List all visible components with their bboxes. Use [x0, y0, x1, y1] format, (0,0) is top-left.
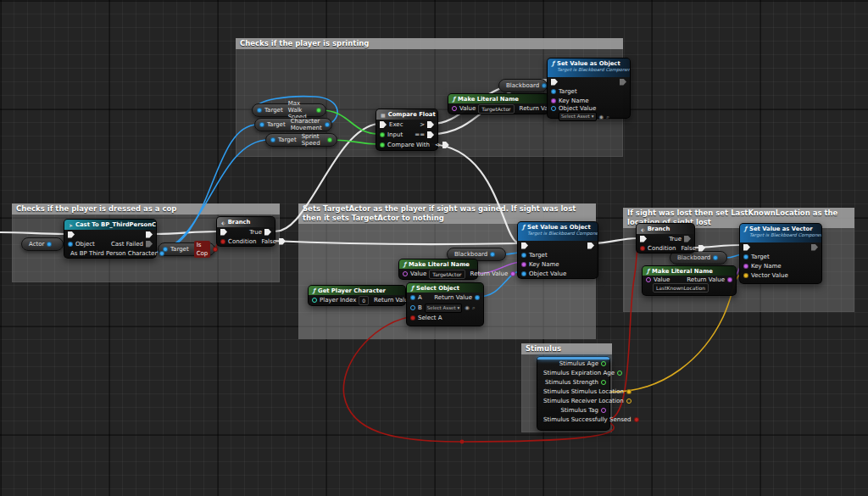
stimulus-tag-out-pin[interactable]: [601, 408, 606, 413]
object-out-pin[interactable]: [490, 252, 495, 257]
target-in-pin[interactable]: [521, 253, 526, 258]
node-stimulus-struct[interactable]: Stimulus Age Stimulus Expiration Age Sti…: [537, 356, 610, 431]
variable-get-actor[interactable]: Actor: [21, 237, 64, 251]
a-in-pin[interactable]: [410, 295, 415, 300]
input-in-pin[interactable]: [380, 132, 385, 137]
node-branch-right[interactable]: ⬖ Branch True ConditionFalse: [636, 223, 695, 254]
stimulus-location-out-pin[interactable]: [626, 389, 632, 394]
target-in-pin[interactable]: [270, 137, 275, 142]
pin-label: B: [418, 304, 422, 311]
vector-value-in-pin[interactable]: [743, 273, 748, 278]
exec-in-pin[interactable]: [220, 229, 227, 236]
return-value-out-pin[interactable]: [727, 277, 732, 282]
chevron-down-icon: ▾: [592, 113, 594, 120]
true-exec-pin[interactable]: [264, 229, 271, 236]
variable-get-max-walk-speed[interactable]: Target Max Walk Speed: [252, 103, 326, 117]
name-value-field[interactable]: TargetActor: [478, 104, 514, 114]
exec-in-pin[interactable]: [551, 79, 558, 86]
exec-out-pin[interactable]: [620, 79, 626, 86]
variable-get-sprint-speed[interactable]: Target Sprint Speed: [265, 133, 337, 147]
false-exec-pin[interactable]: [279, 238, 286, 245]
pick-asset-icon[interactable]: ◉: [599, 114, 604, 120]
node-compare-float[interactable]: ▦ Compare Float Exec> Input== Compare Wi…: [376, 109, 438, 151]
value-in-pin[interactable]: [452, 106, 457, 111]
player-index-in-pin[interactable]: [312, 298, 317, 303]
chevron-down-icon: ▾: [458, 304, 460, 312]
node-title: Branch: [228, 219, 251, 226]
exec-in-pin[interactable]: [521, 242, 528, 249]
node-cast-to-bp-thirdpersoncharacter[interactable]: ➤ Cast To BP_ThirdPersonCharacter Object…: [64, 219, 157, 259]
exec-out-pin[interactable]: [811, 244, 818, 251]
stimulus-successfully-sensed-out-pin[interactable]: [634, 417, 639, 422]
variable-get-character-movement[interactable]: Target Character Movement: [254, 118, 332, 131]
exec-in-pin[interactable]: [380, 121, 387, 128]
select-a-in-pin[interactable]: [410, 315, 415, 320]
as-character-out-pin[interactable]: [159, 251, 164, 256]
object-out-pin[interactable]: [47, 242, 52, 247]
select-asset-dropdown[interactable]: Select Asset▾: [559, 112, 597, 121]
exec-out-pin[interactable]: [587, 242, 594, 249]
greater-exec-pin[interactable]: [427, 121, 434, 128]
key-name-in-pin[interactable]: [551, 98, 556, 103]
object-out-pin[interactable]: [713, 255, 718, 260]
exec-in-pin[interactable]: [743, 244, 750, 251]
node-make-literal-name-right[interactable]: ƒ Make Literal Name Value Return Value L…: [642, 265, 737, 296]
target-in-pin[interactable]: [743, 254, 748, 259]
node-select-object[interactable]: ƒ Select Object A Return Value B Select …: [406, 282, 484, 326]
value-in-pin[interactable]: [646, 277, 651, 282]
node-title: Branch: [648, 226, 670, 232]
exec-in-pin[interactable]: [68, 231, 75, 238]
comment-title-bar[interactable]: Checks if the player is sprinting: [236, 38, 623, 49]
select-asset-dropdown[interactable]: Select Asset▾: [425, 304, 463, 313]
player-index-field[interactable]: 0: [359, 296, 369, 305]
object-out-pin[interactable]: [325, 122, 330, 127]
object-in-pin[interactable]: [68, 242, 73, 247]
key-name-in-pin[interactable]: [521, 262, 526, 267]
exec-out-pin[interactable]: [146, 231, 153, 238]
variable-label: Blackboard: [677, 254, 710, 261]
stimulus-strength-out-pin[interactable]: [601, 380, 606, 385]
equal-exec-pin[interactable]: [427, 131, 434, 138]
node-set-value-as-object-top[interactable]: ƒ Set Value as Object Target is Blackboa…: [547, 58, 631, 119]
dropdown-value: Select Asset: [561, 113, 590, 120]
comment-title-bar[interactable]: Stimulus: [521, 343, 612, 354]
node-branch-left[interactable]: ⬖ Branch True ConditionFalse: [216, 216, 275, 247]
object-value-in-pin[interactable]: [521, 271, 526, 276]
stimulus-receiver-location-out-pin[interactable]: [626, 398, 632, 404]
object-value-in-pin[interactable]: [551, 106, 556, 111]
stimulus-expiration-age-out-pin[interactable]: [617, 371, 622, 376]
condition-in-pin[interactable]: [220, 239, 225, 244]
condition-in-pin[interactable]: [640, 246, 645, 251]
pick-asset-icon[interactable]: ◉: [465, 304, 470, 311]
variable-get-blackboard[interactable]: Blackboard: [498, 79, 548, 92]
target-in-pin[interactable]: [259, 122, 264, 127]
target-in-pin[interactable]: [551, 89, 556, 94]
blueprint-graph-canvas[interactable]: Checks if the player is sprinting Checks…: [0, 0, 868, 496]
browse-asset-icon[interactable]: ⌕: [606, 114, 609, 120]
target-in-pin[interactable]: [257, 108, 262, 113]
float-out-pin[interactable]: [327, 137, 332, 142]
pin-label: Stimulus Strength: [545, 379, 598, 386]
name-value-field[interactable]: LastKnownLocation: [653, 283, 709, 293]
true-exec-pin[interactable]: [684, 236, 691, 242]
pin-label: False: [261, 238, 276, 245]
exec-in-pin[interactable]: [640, 236, 647, 242]
comment-title-bar[interactable]: Checks if the player is dressed as a cop: [12, 203, 280, 215]
variable-get-is-cop[interactable]: Target Is Cop: [158, 242, 215, 256]
browse-asset-icon[interactable]: ⌕: [472, 304, 476, 311]
node-set-value-as-object-mid[interactable]: ƒ Set Value as Object Target is Blackboa…: [517, 221, 598, 279]
b-in-pin[interactable]: [410, 305, 415, 310]
name-value-field[interactable]: TargetActor: [429, 270, 465, 279]
value-in-pin[interactable]: [403, 271, 408, 276]
reroute-node[interactable]: [460, 440, 465, 444]
node-make-literal-name-mid[interactable]: ƒ Make Literal Name Value TargetActor Re…: [398, 259, 478, 280]
float-out-pin[interactable]: [316, 108, 321, 113]
node-get-player-character[interactable]: ƒ Get Player Character Player Index 0 Re…: [308, 285, 406, 306]
node-make-literal-name-top[interactable]: ƒ Make Literal Name Value TargetActor Re…: [448, 93, 549, 114]
cast-failed-exec-pin[interactable]: [146, 241, 153, 248]
node-set-value-as-vector[interactable]: ƒ Set Value as Vector Target is Blackboa…: [739, 223, 822, 284]
key-name-in-pin[interactable]: [743, 264, 748, 269]
return-value-out-pin[interactable]: [475, 295, 480, 300]
compare-with-in-pin[interactable]: [380, 142, 385, 148]
stimulus-age-out-pin[interactable]: [601, 361, 606, 366]
